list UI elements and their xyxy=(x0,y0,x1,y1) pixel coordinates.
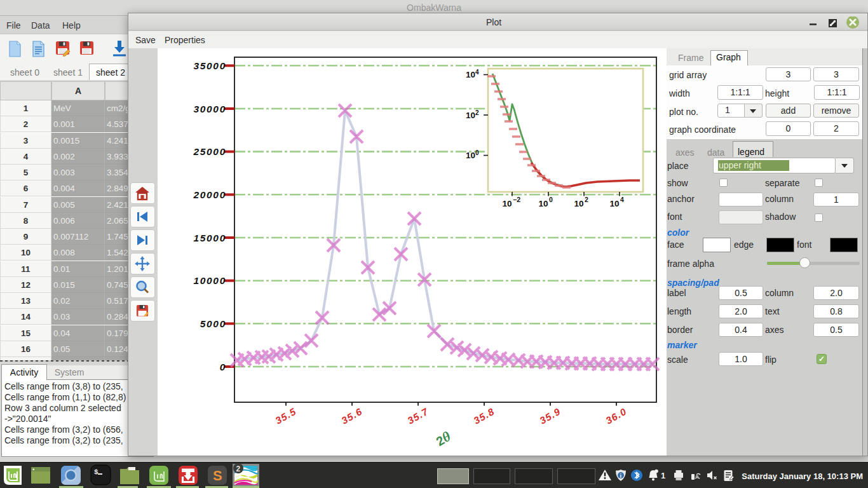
svg-text:35000: 35000 xyxy=(193,60,226,71)
svg-text:i: i xyxy=(620,473,621,479)
svg-text:2: 2 xyxy=(236,464,241,473)
svg-text:0: 0 xyxy=(549,196,553,203)
svg-text:20000: 20000 xyxy=(193,189,226,200)
svg-text:102: 102 xyxy=(466,109,479,120)
svg-text:100: 100 xyxy=(466,149,479,160)
svg-text:36.0: 36.0 xyxy=(604,405,628,426)
svg-text:10: 10 xyxy=(502,199,512,208)
svg-text:30000: 30000 xyxy=(193,104,226,114)
svg-text:4: 4 xyxy=(620,196,624,203)
svg-text:5000: 5000 xyxy=(200,318,226,329)
svg-text:−2: −2 xyxy=(513,196,520,203)
svg-text:15000: 15000 xyxy=(193,233,226,243)
svg-text:25000: 25000 xyxy=(193,146,226,157)
svg-text:S: S xyxy=(213,468,222,484)
svg-text:2θ: 2θ xyxy=(433,428,454,449)
svg-text:35.8: 35.8 xyxy=(471,405,496,426)
svg-text:10: 10 xyxy=(609,199,619,208)
svg-text:0: 0 xyxy=(220,362,226,372)
svg-text:35.6: 35.6 xyxy=(339,405,364,426)
svg-text:35.5: 35.5 xyxy=(273,405,298,426)
svg-text:10000: 10000 xyxy=(193,275,226,286)
svg-text:35.7: 35.7 xyxy=(405,405,430,426)
svg-text:10: 10 xyxy=(538,199,548,208)
svg-text:10: 10 xyxy=(574,199,583,208)
svg-text:$: $ xyxy=(94,468,98,476)
svg-text:35.9: 35.9 xyxy=(538,405,562,426)
svg-text:104: 104 xyxy=(466,69,479,79)
svg-text:2: 2 xyxy=(585,196,588,203)
svg-text:1: 1 xyxy=(661,471,665,480)
